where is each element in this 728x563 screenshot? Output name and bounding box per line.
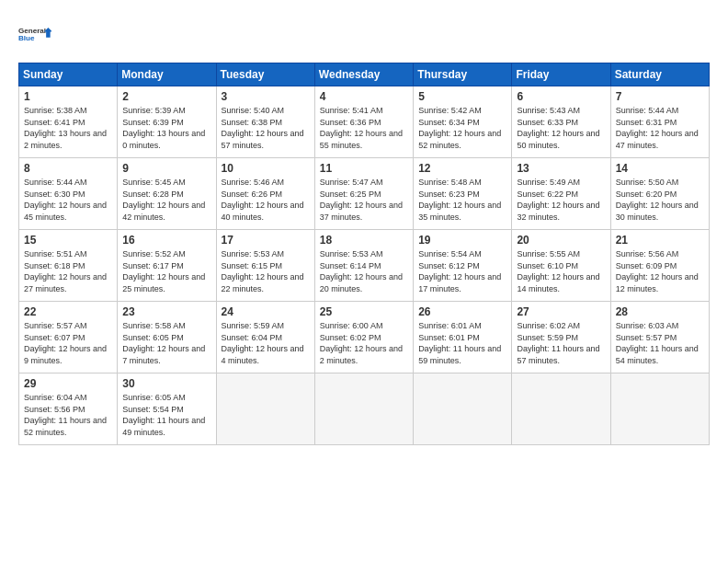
day-number: 28 <box>616 305 704 318</box>
day-number: 24 <box>222 305 310 318</box>
day-info: Sunrise: 5:50 AMSunset: 6:20 PMDaylight:… <box>616 178 699 222</box>
day-info: Sunrise: 6:03 AMSunset: 5:57 PMDaylight:… <box>616 321 699 365</box>
logo: General Blue <box>18 17 51 53</box>
day-cell: 22 Sunrise: 5:57 AMSunset: 6:07 PMDaylig… <box>19 302 118 373</box>
day-cell: 12 Sunrise: 5:48 AMSunset: 6:23 PMDaylig… <box>414 158 512 230</box>
week-row-3: 15 Sunrise: 5:51 AMSunset: 6:18 PMDaylig… <box>19 230 710 302</box>
day-info: Sunrise: 5:52 AMSunset: 6:17 PMDaylight:… <box>122 249 205 293</box>
day-cell: 25 Sunrise: 6:00 AMSunset: 6:02 PMDaylig… <box>314 302 413 373</box>
day-cell: 15 Sunrise: 5:51 AMSunset: 6:18 PMDaylig… <box>19 230 118 302</box>
day-info: Sunrise: 5:47 AMSunset: 6:25 PMDaylight:… <box>320 178 403 222</box>
day-info: Sunrise: 5:45 AMSunset: 6:28 PMDaylight:… <box>122 178 205 222</box>
day-number: 12 <box>418 162 506 175</box>
day-number: 29 <box>24 377 112 390</box>
day-number: 21 <box>616 234 704 247</box>
day-cell: 23 Sunrise: 5:58 AMSunset: 6:05 PMDaylig… <box>118 302 216 373</box>
day-cell: 30 Sunrise: 6:05 AMSunset: 5:54 PMDaylig… <box>118 373 216 445</box>
day-number: 10 <box>222 162 310 175</box>
day-cell: 14 Sunrise: 5:50 AMSunset: 6:20 PMDaylig… <box>610 158 709 230</box>
day-info: Sunrise: 6:00 AMSunset: 6:02 PMDaylight:… <box>320 321 403 365</box>
day-info: Sunrise: 6:02 AMSunset: 5:59 PMDaylight:… <box>517 321 599 365</box>
day-cell <box>216 373 314 445</box>
col-header-friday: Friday <box>512 63 610 86</box>
day-info: Sunrise: 5:44 AMSunset: 6:31 PMDaylight:… <box>616 106 699 150</box>
day-cell <box>314 373 413 445</box>
day-number: 15 <box>24 234 112 247</box>
page: General Blue SundayMondayTuesdayWednesda… <box>0 0 728 563</box>
day-number: 23 <box>122 305 210 318</box>
day-number: 1 <box>24 90 112 103</box>
col-header-sunday: Sunday <box>19 63 118 86</box>
day-cell: 7 Sunrise: 5:44 AMSunset: 6:31 PMDayligh… <box>610 86 709 158</box>
col-header-tuesday: Tuesday <box>216 63 314 86</box>
day-info: Sunrise: 5:57 AMSunset: 6:07 PMDaylight:… <box>24 321 107 365</box>
day-info: Sunrise: 5:42 AMSunset: 6:34 PMDaylight:… <box>418 106 501 150</box>
day-number: 22 <box>24 305 112 318</box>
day-cell: 4 Sunrise: 5:41 AMSunset: 6:36 PMDayligh… <box>314 86 413 158</box>
day-cell: 13 Sunrise: 5:49 AMSunset: 6:22 PMDaylig… <box>512 158 610 230</box>
day-info: Sunrise: 5:39 AMSunset: 6:39 PMDaylight:… <box>122 106 205 150</box>
day-number: 5 <box>418 90 506 103</box>
day-number: 13 <box>517 162 605 175</box>
day-info: Sunrise: 5:46 AMSunset: 6:26 PMDaylight:… <box>222 178 304 222</box>
day-cell: 5 Sunrise: 5:42 AMSunset: 6:34 PMDayligh… <box>414 86 512 158</box>
day-cell: 3 Sunrise: 5:40 AMSunset: 6:38 PMDayligh… <box>216 86 314 158</box>
day-info: Sunrise: 6:04 AMSunset: 5:56 PMDaylight:… <box>24 393 107 437</box>
day-cell: 21 Sunrise: 5:56 AMSunset: 6:09 PMDaylig… <box>610 230 709 302</box>
day-number: 30 <box>122 377 210 390</box>
svg-text:Blue: Blue <box>18 34 35 42</box>
day-number: 19 <box>418 234 506 247</box>
day-info: Sunrise: 5:54 AMSunset: 6:12 PMDaylight:… <box>418 249 501 293</box>
day-number: 16 <box>122 234 210 247</box>
col-header-wednesday: Wednesday <box>314 63 413 86</box>
day-info: Sunrise: 5:53 AMSunset: 6:14 PMDaylight:… <box>320 249 403 293</box>
day-number: 7 <box>616 90 704 103</box>
day-cell: 11 Sunrise: 5:47 AMSunset: 6:25 PMDaylig… <box>314 158 413 230</box>
day-cell: 29 Sunrise: 6:04 AMSunset: 5:56 PMDaylig… <box>19 373 118 445</box>
day-cell: 9 Sunrise: 5:45 AMSunset: 6:28 PMDayligh… <box>118 158 216 230</box>
week-row-4: 22 Sunrise: 5:57 AMSunset: 6:07 PMDaylig… <box>19 302 710 373</box>
day-info: Sunrise: 5:53 AMSunset: 6:15 PMDaylight:… <box>222 249 304 293</box>
day-cell: 24 Sunrise: 5:59 AMSunset: 6:04 PMDaylig… <box>216 302 314 373</box>
day-number: 4 <box>320 90 408 103</box>
day-cell: 8 Sunrise: 5:44 AMSunset: 6:30 PMDayligh… <box>19 158 118 230</box>
day-cell: 27 Sunrise: 6:02 AMSunset: 5:59 PMDaylig… <box>512 302 610 373</box>
day-cell: 17 Sunrise: 5:53 AMSunset: 6:15 PMDaylig… <box>216 230 314 302</box>
day-cell <box>512 373 610 445</box>
day-number: 3 <box>222 90 310 103</box>
day-info: Sunrise: 5:38 AMSunset: 6:41 PMDaylight:… <box>24 106 107 150</box>
day-info: Sunrise: 5:51 AMSunset: 6:18 PMDaylight:… <box>24 249 107 293</box>
col-header-thursday: Thursday <box>414 63 512 86</box>
header: General Blue <box>18 17 710 53</box>
day-number: 14 <box>616 162 704 175</box>
day-number: 8 <box>24 162 112 175</box>
day-number: 26 <box>418 305 506 318</box>
day-info: Sunrise: 5:58 AMSunset: 6:05 PMDaylight:… <box>122 321 205 365</box>
week-row-2: 8 Sunrise: 5:44 AMSunset: 6:30 PMDayligh… <box>19 158 710 230</box>
day-cell: 26 Sunrise: 6:01 AMSunset: 6:01 PMDaylig… <box>414 302 512 373</box>
day-info: Sunrise: 5:43 AMSunset: 6:33 PMDaylight:… <box>517 106 599 150</box>
col-header-monday: Monday <box>118 63 216 86</box>
week-row-1: 1 Sunrise: 5:38 AMSunset: 6:41 PMDayligh… <box>19 86 710 158</box>
day-cell <box>610 373 709 445</box>
day-cell: 1 Sunrise: 5:38 AMSunset: 6:41 PMDayligh… <box>19 86 118 158</box>
day-info: Sunrise: 5:59 AMSunset: 6:04 PMDaylight:… <box>222 321 304 365</box>
day-number: 20 <box>517 234 605 247</box>
calendar: SundayMondayTuesdayWednesdayThursdayFrid… <box>18 63 710 445</box>
day-info: Sunrise: 5:41 AMSunset: 6:36 PMDaylight:… <box>320 106 403 150</box>
col-header-saturday: Saturday <box>610 63 709 86</box>
day-cell: 19 Sunrise: 5:54 AMSunset: 6:12 PMDaylig… <box>414 230 512 302</box>
day-info: Sunrise: 5:55 AMSunset: 6:10 PMDaylight:… <box>517 249 599 293</box>
day-info: Sunrise: 6:05 AMSunset: 5:54 PMDaylight:… <box>122 393 205 437</box>
day-cell: 20 Sunrise: 5:55 AMSunset: 6:10 PMDaylig… <box>512 230 610 302</box>
day-number: 25 <box>320 305 408 318</box>
day-number: 18 <box>320 234 408 247</box>
day-info: Sunrise: 5:44 AMSunset: 6:30 PMDaylight:… <box>24 178 107 222</box>
day-cell: 18 Sunrise: 5:53 AMSunset: 6:14 PMDaylig… <box>314 230 413 302</box>
day-number: 9 <box>122 162 210 175</box>
header-row: SundayMondayTuesdayWednesdayThursdayFrid… <box>19 63 710 86</box>
day-cell: 10 Sunrise: 5:46 AMSunset: 6:26 PMDaylig… <box>216 158 314 230</box>
day-number: 17 <box>222 234 310 247</box>
day-number: 27 <box>517 305 605 318</box>
day-number: 6 <box>517 90 605 103</box>
